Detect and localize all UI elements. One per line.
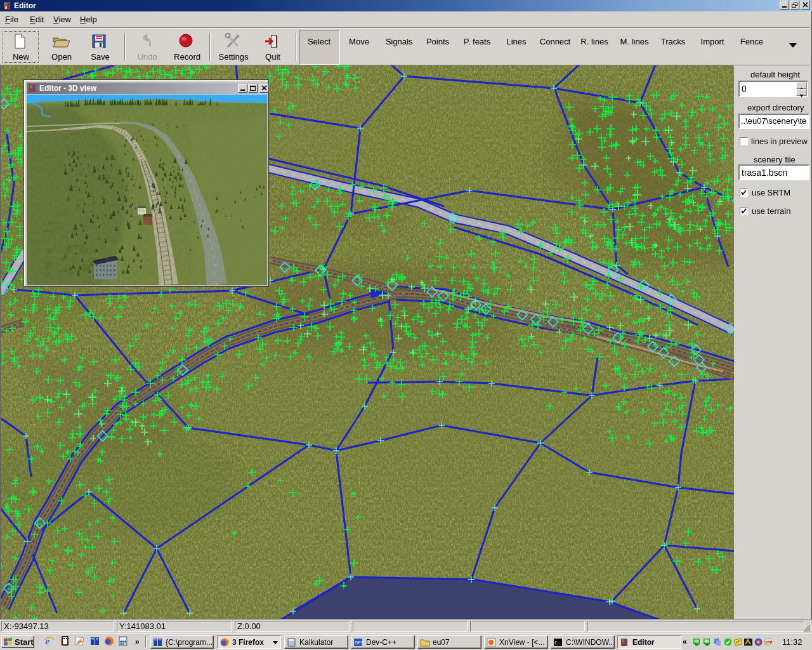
svg-text:DEV: DEV — [355, 640, 363, 645]
svg-text:C:: C: — [554, 640, 561, 646]
svg-text:STP: STP — [766, 640, 773, 644]
